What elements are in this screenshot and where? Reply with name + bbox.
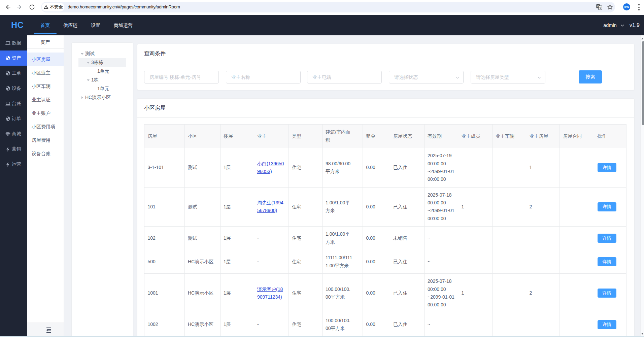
- submenu-item-6[interactable]: 小区费用项: [27, 120, 64, 133]
- search-button[interactable]: 搜索: [579, 70, 602, 83]
- nav-tab-4[interactable]: 商城运营: [107, 15, 139, 35]
- community-tree: 测试3栋栋1单元1栋1单元HC演示小区: [72, 43, 133, 102]
- detail-button[interactable]: 详情: [598, 234, 616, 243]
- sidebar-item-label: 资产: [12, 55, 21, 61]
- globe-icon: [5, 86, 10, 91]
- user-menu[interactable]: admin: [603, 23, 617, 28]
- sidebar-item-7[interactable]: 商城: [0, 126, 27, 141]
- cell-contract: [560, 313, 594, 336]
- cell-houses: 2: [526, 187, 560, 227]
- avatar[interactable]: XW: [623, 3, 630, 10]
- table-row-4: 500HC演示小区1层-住宅11111.00/111 1.00平方米0.00已入…: [144, 250, 626, 274]
- submenu-item-5[interactable]: 业主账户: [27, 106, 64, 120]
- tree-caret-right-icon[interactable]: [80, 96, 84, 99]
- url-bar[interactable]: 不安全 demo.homecommunity.cn/#/pages/commun…: [41, 2, 615, 12]
- bookmark-star-icon[interactable]: [606, 3, 614, 11]
- tree-node-1[interactable]: 测试: [78, 49, 126, 58]
- cell-area: 1.00/1.00平 方米: [322, 187, 363, 227]
- tree-node-3[interactable]: 1单元: [78, 67, 126, 76]
- owner-link[interactable]: 周先生(1394 5678900): [257, 200, 283, 213]
- collapse-trigger[interactable]: [27, 323, 64, 337]
- sidebar-item-5[interactable]: 台账: [0, 96, 27, 111]
- submenu-item-2[interactable]: 小区业主: [27, 66, 64, 79]
- cell-status: 已入住: [390, 187, 424, 227]
- detail-button[interactable]: 详情: [598, 289, 616, 298]
- scrollbar-thumb[interactable]: [642, 41, 644, 125]
- houses-card: 小区房屋 房屋小区楼层业主类型建筑/室内面 积租金房屋状态有效期业主成员业主车辆…: [137, 98, 635, 337]
- owner-link[interactable]: 小白(139650 96053): [257, 161, 284, 174]
- tree-node-2[interactable]: 3栋栋: [78, 58, 126, 67]
- house-type-select[interactable]: 请选择房屋类型: [471, 71, 545, 83]
- tree-caret-down-icon[interactable]: [80, 52, 84, 56]
- detail-button[interactable]: 详情: [598, 320, 616, 329]
- cell-floor: 1层: [220, 187, 254, 227]
- column-header-11: 业主车辆: [492, 125, 526, 148]
- sidebar-item-6[interactable]: 订单: [0, 111, 27, 126]
- forward-button[interactable]: [15, 3, 24, 11]
- tree-node-6[interactable]: HC演示小区: [78, 93, 126, 102]
- sidebar-item-4[interactable]: 设备: [0, 81, 27, 96]
- globe-icon: [5, 56, 10, 61]
- table-header: 房屋小区楼层业主类型建筑/室内面 积租金房屋状态有效期业主成员业主车辆业主房屋房…: [144, 125, 626, 148]
- detail-button[interactable]: 详情: [598, 163, 616, 172]
- houses-table: 房屋小区楼层业主类型建筑/室内面 积租金房屋状态有效期业主成员业主车辆业主房屋房…: [144, 124, 626, 337]
- tree-node-label: 测试: [85, 51, 95, 57]
- scrollbar-up-arrow[interactable]: [641, 38, 643, 39]
- community-tree-panel: 测试3栋栋1单元1栋1单元HC演示小区: [71, 42, 133, 337]
- owner-phone-input[interactable]: 业主电话: [307, 71, 382, 83]
- detail-button[interactable]: 详情: [598, 257, 616, 266]
- table-row-5: 1001HC演示小区1层演示客户(18 909711234)住宅100.00/1…: [144, 274, 626, 313]
- reload-button[interactable]: [28, 3, 36, 11]
- forward-icon: [16, 4, 23, 10]
- column-header-14: 操作: [594, 125, 626, 148]
- sidebar-item-1[interactable]: 数据: [0, 35, 27, 50]
- submenu-item-7[interactable]: 房屋费用: [27, 133, 64, 147]
- translate-icon[interactable]: G 文: [595, 3, 603, 11]
- submenu-title: 资产: [27, 35, 64, 49]
- tree-caret-down-icon[interactable]: [87, 78, 90, 82]
- cell-houses: [526, 227, 560, 250]
- security-chip[interactable]: 不安全: [42, 3, 64, 11]
- cell-community: 测试: [184, 187, 220, 227]
- page-scrollbar[interactable]: [640, 35, 644, 337]
- sidebar-item-9[interactable]: 运营: [0, 157, 27, 172]
- scrollbar-down-arrow[interactable]: [641, 333, 643, 335]
- status-select[interactable]: 请选择状态: [389, 71, 464, 83]
- cell-members: [458, 313, 493, 336]
- table-row-2: 101测试1层周先生(1394 5678900)住宅1.00/1.00平 方米0…: [144, 187, 626, 227]
- column-header-9: 有效期: [424, 125, 458, 148]
- submenu-items: 小区房屋小区业主小区车辆业主认证业主账户小区费用项房屋费用设备台账: [27, 53, 64, 160]
- submenu-item-3[interactable]: 小区车辆: [27, 79, 64, 93]
- tree-node-label: 1栋: [91, 77, 99, 83]
- house-type-select-placeholder: 请选择房屋类型: [476, 74, 509, 80]
- browser-menu-icon[interactable]: [638, 4, 640, 11]
- back-button[interactable]: [4, 3, 12, 11]
- cell-status: 已入住: [390, 313, 424, 336]
- cell-vehicles: [492, 274, 526, 313]
- nav-tab-1[interactable]: 首页: [34, 15, 57, 35]
- nav-tab-2[interactable]: 供应链: [57, 15, 84, 35]
- app-logo[interactable]: HC: [11, 20, 24, 30]
- column-header-12: 业主房屋: [526, 125, 560, 148]
- owner-link[interactable]: 演示客户(18 909711234): [257, 287, 283, 300]
- tree-node-label: 3栋栋: [91, 60, 103, 66]
- column-header-8: 房屋状态: [390, 125, 424, 148]
- cell-house: 500: [144, 250, 185, 274]
- sidebar-item-3[interactable]: 工单: [0, 66, 27, 81]
- detail-button[interactable]: 详情: [598, 202, 616, 211]
- cell-community: HC演示小区: [184, 274, 220, 313]
- sidebar-item-2[interactable]: 资产: [0, 50, 27, 66]
- house-number-input[interactable]: 房屋编号 楼栋-单元-房号: [144, 71, 219, 83]
- tree-node-5[interactable]: 1单元: [78, 85, 126, 93]
- cell-houses: [526, 250, 560, 274]
- submenu-item-4[interactable]: 业主认证: [27, 93, 64, 106]
- cell-status: 已入住: [390, 274, 424, 313]
- submenu-item-8[interactable]: 设备台账: [27, 147, 64, 160]
- owner-name-input[interactable]: 业主名称: [226, 71, 301, 83]
- nav-tab-3[interactable]: 设置: [84, 15, 107, 35]
- sidebar-item-label: 商城: [12, 131, 21, 137]
- tree-caret-down-icon[interactable]: [87, 61, 90, 64]
- sidebar-item-8[interactable]: 营销: [0, 141, 27, 157]
- tree-node-4[interactable]: 1栋: [78, 76, 126, 85]
- submenu-item-1[interactable]: 小区房屋: [27, 53, 64, 66]
